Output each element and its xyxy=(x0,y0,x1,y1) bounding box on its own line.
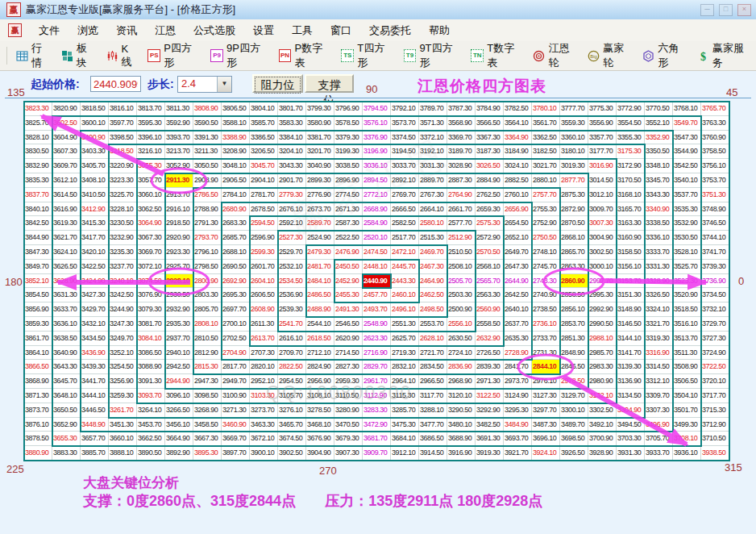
grid-cell: 2544.10 xyxy=(306,317,334,332)
step-combobox[interactable]: 2.4 ▼ xyxy=(177,76,232,93)
toolbar-item-service[interactable]: $赢家服务 xyxy=(692,39,756,73)
close-button[interactable]: × xyxy=(737,4,751,16)
grid-cell: 2824.90 xyxy=(306,360,334,374)
grid-cell: 2582.50 xyxy=(391,216,419,231)
grid-cell: 3268.90 xyxy=(193,403,222,418)
minimize-button[interactable]: ─ xyxy=(700,4,714,16)
grid-cell: 2515.30 xyxy=(419,231,447,245)
toolbar-item-winner-wheel[interactable]: Big赢家轮 xyxy=(582,39,637,73)
grid-cell: 2611.30 xyxy=(250,317,278,332)
grid-cell: 2594.50 xyxy=(250,216,278,231)
grid-cell: 3708.10 xyxy=(673,432,701,446)
support-button[interactable]: 支撑位 xyxy=(305,74,354,93)
toolbar-item-gann-wheel[interactable]: 江恩轮 xyxy=(527,39,582,73)
blocks-icon xyxy=(61,50,73,62)
menu-item-2[interactable]: 资讯 xyxy=(107,21,146,40)
grid-cell: 2997.70 xyxy=(588,274,617,289)
toolbar-item-t-table[interactable]: TNT数字表 xyxy=(465,39,527,73)
grid-cell: 3381.70 xyxy=(306,131,334,145)
grid-cell: 3429.70 xyxy=(81,302,109,317)
grid-cell: 2968.90 xyxy=(447,374,476,389)
grid-cell: 2772.10 xyxy=(363,188,391,202)
grid-cell: 3652.90 xyxy=(52,418,81,432)
table-icon xyxy=(16,50,28,62)
grid-cell: 2604.10 xyxy=(250,274,278,289)
app-window: 赢 赢家江恩专业版[赢家服务平台] - [价格正方形] ─ □ × 赢 文件浏览… xyxy=(0,0,756,534)
grid-cell: 2836.90 xyxy=(447,360,476,374)
grid-cell: 2469.70 xyxy=(419,245,447,260)
grid-cell-highlight: 2844.10 xyxy=(532,360,560,374)
grid-cell: 3319.30 xyxy=(645,332,673,346)
grid-cell-center: 2440.90 xyxy=(363,274,391,289)
grid-cell: 3069.70 xyxy=(137,245,165,260)
grid-cell: 2904.10 xyxy=(250,173,278,188)
grid-cell: 3686.50 xyxy=(419,432,447,446)
grid-cell: 3482.50 xyxy=(476,418,504,432)
toolbar-item-sectors[interactable]: 板块 xyxy=(56,39,101,73)
resistance-button[interactable]: 阻力位 xyxy=(252,74,303,93)
grid-cell: 3604.90 xyxy=(52,131,81,145)
grid-cell: 3045.70 xyxy=(250,159,278,173)
grid-cell: 3115.30 xyxy=(391,389,419,403)
grid-cell: 3043.30 xyxy=(278,159,306,173)
start-price-input[interactable] xyxy=(90,76,141,92)
grid-cell: 2954.50 xyxy=(278,374,306,389)
grid-cell: 2522.50 xyxy=(334,231,363,245)
maximize-button[interactable]: □ xyxy=(719,4,733,16)
toolbar-item-t-square[interactable]: TST四方形 xyxy=(335,39,397,73)
menu-item-4[interactable]: 公式选股 xyxy=(185,21,244,40)
grid-cell: 2728.90 xyxy=(504,346,532,361)
angle-label-315: 315 xyxy=(725,461,742,474)
toolbar-item-hexagon[interactable]: 六角形 xyxy=(637,39,692,73)
chevron-down-icon[interactable]: ▼ xyxy=(217,77,231,92)
grid-cell: 2930.50 xyxy=(165,288,193,302)
grid-cell: 3326.50 xyxy=(645,288,673,302)
grid-cell: 3091.30 xyxy=(137,374,165,389)
grid-cell: 3840.10 xyxy=(24,202,52,217)
grid-cell: 2580.10 xyxy=(419,216,447,231)
grid-cell: 2688.10 xyxy=(222,245,250,260)
toolbar-item-label: 六角形 xyxy=(658,41,686,70)
toolbar-item-p-table[interactable]: PNP数字表 xyxy=(273,39,336,73)
grid-cell: 2779.30 xyxy=(278,188,306,202)
toolbar-item-quotes[interactable]: 行情 xyxy=(10,39,56,73)
p-square-badge-icon: PS xyxy=(147,49,160,62)
grid-cell: 3216.10 xyxy=(137,144,165,159)
grid-cell: 3427.30 xyxy=(81,288,109,302)
grid-cell: 3060.10 xyxy=(137,188,165,202)
grid-cell: 3444.10 xyxy=(81,389,109,403)
grid-cell: 3535.30 xyxy=(673,202,701,217)
grid-cell: 3547.30 xyxy=(673,131,701,145)
grid-cell: 2918.50 xyxy=(165,216,193,231)
menu-item-5[interactable]: 设置 xyxy=(244,21,283,40)
toolbar-item-p-square[interactable]: PSP四方形 xyxy=(142,39,205,73)
menu-item-3[interactable]: 江恩 xyxy=(146,21,185,40)
toolbar-item-kline[interactable]: K线 xyxy=(101,40,143,72)
grid-cell: 3297.70 xyxy=(532,403,560,418)
grid-cell: 3295.30 xyxy=(504,403,532,418)
grid-cell: 2628.10 xyxy=(419,332,447,346)
grid-cell: 3136.90 xyxy=(617,374,645,389)
grid-cell: 3252.10 xyxy=(109,346,137,361)
grid-cell: 2479.30 xyxy=(306,245,334,260)
grid-cell: 3024.10 xyxy=(504,159,532,173)
grid-cell: 3612.10 xyxy=(52,173,81,188)
menu-item-0[interactable]: 文件 xyxy=(30,21,69,40)
grid-cell: 2457.70 xyxy=(363,288,391,302)
menu-item-8[interactable]: 交易委托 xyxy=(360,21,420,40)
grid-cell: 3722.50 xyxy=(701,360,729,374)
grid-cell: 2992.90 xyxy=(588,302,617,317)
toolbar-item-9t-square[interactable]: T99T四方形 xyxy=(398,39,466,73)
grid-cell: 2872.90 xyxy=(560,202,588,217)
grid-cell: 3636.10 xyxy=(52,317,81,332)
grid-cell: 2635.30 xyxy=(504,332,532,346)
chart-title: 江恩价格四方图表 xyxy=(417,76,546,97)
menu-item-9[interactable]: 帮助 xyxy=(420,21,459,40)
menu-item-1[interactable]: 浏览 xyxy=(69,21,107,40)
grid-cell: 3799.30 xyxy=(306,102,334,116)
grid-cell: 3616.90 xyxy=(52,202,81,217)
toolbar-item-9p-square[interactable]: P99P四方形 xyxy=(205,39,273,73)
menu-item-7[interactable]: 窗口 xyxy=(322,21,360,40)
grid-cell: 2654.50 xyxy=(504,216,532,231)
menu-item-6[interactable]: 工具 xyxy=(283,21,322,40)
